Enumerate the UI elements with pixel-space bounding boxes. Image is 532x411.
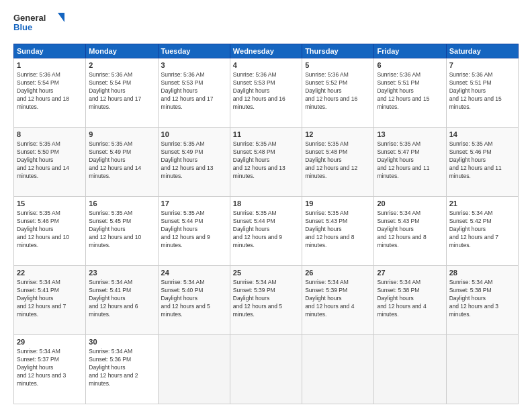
sunrise-text: Sunrise: 5:36 AM: [233, 71, 277, 78]
calendar-week-1: 1Sunrise: 5:36 AMSunset: 5:54 PMDaylight…: [14, 58, 519, 128]
day-number: 25: [233, 268, 299, 278]
day-number: 6: [377, 60, 443, 71]
daylight-label: Daylight hours: [305, 295, 341, 302]
sunrise-text: Sunrise: 5:35 AM: [161, 140, 205, 147]
daylight-label: Daylight hours: [305, 226, 341, 232]
sunrise-text: Sunrise: 5:35 AM: [89, 210, 132, 216]
daylight-value: and 12 hours and 11 minutes.: [377, 165, 429, 179]
table-row: 5Sunrise: 5:36 AMSunset: 5:52 PMDaylight…: [302, 58, 374, 128]
sunrise-text: Sunrise: 5:34 AM: [17, 279, 60, 285]
day-number: 10: [161, 130, 227, 140]
sunrise-text: Sunrise: 5:34 AM: [161, 279, 205, 285]
svg-text:Blue: Blue: [13, 22, 32, 32]
daylight-value: and 12 hours and 5 minutes.: [233, 303, 282, 318]
sunrise-text: Sunrise: 5:36 AM: [89, 71, 132, 78]
sunrise-text: Sunrise: 5:34 AM: [377, 210, 420, 216]
sunrise-text: Sunrise: 5:35 AM: [89, 140, 132, 147]
daylight-value: and 12 hours and 13 minutes.: [161, 165, 214, 179]
day-number: 1: [17, 60, 83, 71]
table-row: 3Sunrise: 5:36 AMSunset: 5:53 PMDaylight…: [158, 58, 230, 128]
calendar-header-row: Sunday Monday Tuesday Wednesday Thursday…: [14, 44, 519, 58]
sunrise-text: Sunrise: 5:34 AM: [89, 348, 132, 355]
table-row: 29Sunrise: 5:34 AMSunset: 5:37 PMDayligh…: [14, 335, 86, 404]
day-number: 12: [305, 130, 371, 140]
daylight-label: Daylight hours: [377, 226, 413, 232]
sunset-text: Sunset: 5:40 PM: [161, 287, 204, 293]
daylight-value: and 12 hours and 18 minutes.: [17, 95, 69, 110]
sunrise-text: Sunrise: 5:35 AM: [377, 140, 420, 147]
daylight-value: and 12 hours and 5 minutes.: [161, 303, 210, 318]
table-row: 4Sunrise: 5:36 AMSunset: 5:53 PMDaylight…: [230, 58, 302, 128]
daylight-label: Daylight hours: [233, 156, 269, 163]
daylight-label: Daylight hours: [233, 87, 269, 94]
sunset-text: Sunset: 5:39 PM: [305, 287, 347, 293]
daylight-label: Daylight hours: [17, 295, 53, 302]
sunrise-text: Sunrise: 5:36 AM: [449, 71, 493, 78]
daylight-label: Daylight hours: [449, 87, 486, 94]
sunset-text: Sunset: 5:48 PM: [305, 148, 347, 155]
day-number: 3: [161, 60, 227, 71]
sunrise-text: Sunrise: 5:35 AM: [305, 210, 349, 216]
day-number: 22: [17, 268, 83, 278]
daylight-value: and 12 hours and 13 minutes.: [233, 165, 285, 179]
daylight-value: and 12 hours and 15 minutes.: [449, 95, 502, 110]
daylight-value: and 12 hours and 16 minutes.: [305, 95, 357, 110]
daylight-label: Daylight hours: [233, 226, 269, 232]
table-row: 15Sunrise: 5:35 AMSunset: 5:46 PMDayligh…: [14, 197, 86, 266]
svg-marker-2: [58, 13, 64, 22]
sunset-text: Sunset: 5:41 PM: [17, 287, 59, 293]
table-row: [446, 335, 518, 404]
table-row: 9Sunrise: 5:35 AMSunset: 5:49 PMDaylight…: [86, 128, 158, 197]
sunrise-text: Sunrise: 5:36 AM: [305, 71, 349, 78]
table-row: 23Sunrise: 5:34 AMSunset: 5:41 PMDayligh…: [86, 266, 158, 335]
col-monday: Monday: [86, 44, 158, 58]
daylight-label: Daylight hours: [377, 295, 413, 302]
daylight-label: Daylight hours: [449, 226, 486, 232]
daylight-value: and 12 hours and 17 minutes.: [161, 95, 214, 110]
daylight-value: and 12 hours and 10 minutes.: [89, 234, 141, 248]
day-number: 18: [233, 199, 299, 209]
table-row: 30Sunrise: 5:34 AMSunset: 5:36 PMDayligh…: [86, 335, 158, 404]
daylight-label: Daylight hours: [449, 156, 486, 163]
sunset-text: Sunset: 5:48 PM: [233, 148, 275, 155]
day-number: 16: [89, 199, 154, 209]
sunset-text: Sunset: 5:45 PM: [89, 218, 131, 224]
table-row: 28Sunrise: 5:34 AMSunset: 5:38 PMDayligh…: [446, 266, 518, 335]
daylight-value: and 12 hours and 16 minutes.: [233, 95, 285, 110]
sunrise-text: Sunrise: 5:35 AM: [449, 140, 493, 147]
daylight-label: Daylight hours: [89, 295, 125, 302]
sunset-text: Sunset: 5:46 PM: [449, 148, 492, 155]
daylight-label: Daylight hours: [305, 156, 341, 163]
daylight-value: and 12 hours and 9 minutes.: [233, 234, 282, 248]
table-row: 6Sunrise: 5:36 AMSunset: 5:51 PMDaylight…: [374, 58, 446, 128]
sunrise-text: Sunrise: 5:35 AM: [161, 210, 205, 216]
table-row: [230, 335, 302, 404]
day-number: 30: [89, 337, 154, 347]
daylight-value: and 12 hours and 11 minutes.: [449, 165, 502, 179]
daylight-value: and 12 hours and 10 minutes.: [17, 234, 69, 248]
table-row: [158, 335, 230, 404]
calendar-week-4: 22Sunrise: 5:34 AMSunset: 5:41 PMDayligh…: [14, 266, 519, 335]
sunrise-text: Sunrise: 5:34 AM: [89, 279, 132, 285]
page: General Blue Sunday Monday Tuesday Wedne…: [0, 0, 532, 411]
day-number: 21: [449, 199, 515, 209]
sunset-text: Sunset: 5:47 PM: [377, 148, 419, 155]
sunset-text: Sunset: 5:51 PM: [377, 79, 419, 86]
sunset-text: Sunset: 5:53 PM: [233, 79, 275, 86]
daylight-label: Daylight hours: [89, 226, 125, 232]
daylight-value: and 12 hours and 14 minutes.: [89, 165, 141, 179]
day-number: 7: [449, 60, 515, 71]
logo: General Blue: [13, 10, 67, 38]
calendar-table: Sunday Monday Tuesday Wednesday Thursday…: [13, 44, 519, 404]
daylight-label: Daylight hours: [233, 295, 269, 302]
daylight-value: and 12 hours and 9 minutes.: [161, 234, 210, 248]
sunset-text: Sunset: 5:39 PM: [233, 287, 275, 293]
daylight-label: Daylight hours: [161, 295, 197, 302]
daylight-value: and 12 hours and 3 minutes.: [449, 303, 498, 318]
sunset-text: Sunset: 5:41 PM: [89, 287, 131, 293]
day-number: 8: [17, 130, 83, 140]
daylight-value: and 12 hours and 8 minutes.: [305, 234, 354, 248]
sunrise-text: Sunrise: 5:34 AM: [233, 279, 277, 285]
daylight-value: and 12 hours and 12 minutes.: [305, 165, 357, 179]
day-number: 14: [449, 130, 515, 140]
